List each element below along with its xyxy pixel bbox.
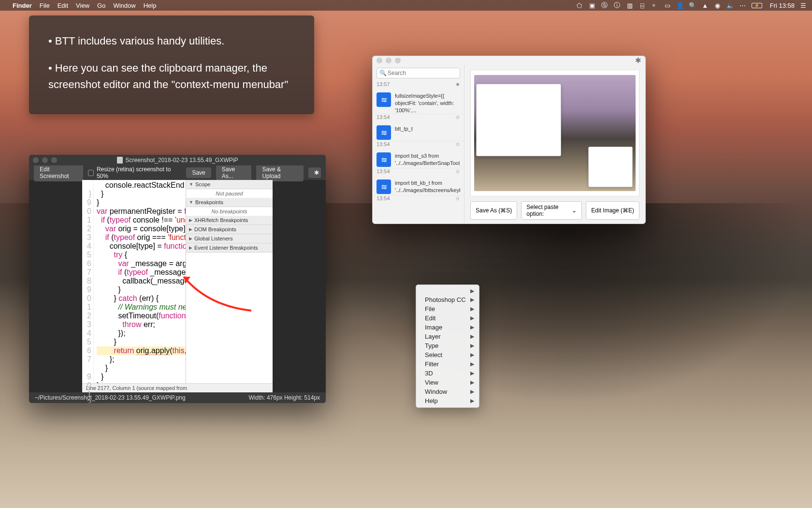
clipboard-item[interactable]: ≋ import btt_kb_t from '../../images//bt… — [373, 177, 464, 195]
breakpoints-header[interactable]: ▼Breakpoints — [186, 198, 273, 207]
context-menu-menubar: ▶ Photoshop CC▶ File▶ Edit▶ Image▶ Layer… — [416, 284, 479, 408]
chevron-up-down-icon: ⌄ — [572, 207, 577, 214]
gear-icon[interactable]: ✱ — [635, 56, 641, 65]
code-gutter: } 9 0 1 2 3 4 5 6 7 8 9 0 1 2 3 4 5 6 7 … — [82, 180, 94, 383]
context-menu-item[interactable]: Help▶ — [416, 396, 479, 405]
menubar-extra-1[interactable]: ▥ — [626, 1, 634, 9]
minimize-icon[interactable] — [386, 58, 392, 63]
clip-text: import bst_s3 from '../../images/BetterS… — [395, 152, 460, 167]
menubar-extra-3[interactable]: ⋯ — [739, 1, 747, 9]
dropbox-icon[interactable]: ⬠ — [576, 1, 583, 9]
footer-path: ~/Pictures/Screenshot_2018-02-23 13.55.4… — [35, 394, 186, 401]
editor-toolbar: Edit Screenshot Resize (retina) screensh… — [29, 165, 326, 180]
notification-center-icon[interactable]: ☰ — [799, 1, 807, 9]
save-upload-button[interactable]: Save & Upload — [256, 164, 304, 181]
context-menu-item[interactable]: Edit▶ — [416, 314, 479, 323]
clipboard-titlebar[interactable]: ✱ — [373, 56, 645, 65]
resize-label: Resize (retina) screenshot to 50% — [97, 166, 176, 179]
clip-time: 13:54 — [377, 141, 390, 148]
window-title: Screenshot_2018-02-23 13.55.49_GXWPiP — [126, 157, 238, 164]
star-icon[interactable]: ☆ — [455, 195, 460, 202]
menubar-clock[interactable]: Fri 13:58 — [770, 2, 795, 9]
overlay-explainer: • BTT includes various handy utilities. … — [29, 15, 314, 114]
save-as-button[interactable]: Save As (⌘S) — [470, 201, 517, 220]
context-menu-item[interactable]: Type▶ — [416, 341, 479, 350]
dom-breakpoints-header[interactable]: ▶DOM Breakpoints — [186, 225, 273, 234]
menu-edit[interactable]: Edit — [58, 2, 68, 9]
code-status-line: Line 2177, Column 1 (source mapped from — [82, 383, 273, 392]
clipboard-item[interactable]: ≋ btt_tp_t — [373, 122, 464, 141]
close-icon[interactable] — [33, 157, 39, 163]
minimize-icon[interactable] — [42, 157, 48, 163]
volume-icon[interactable]: 🔈 — [726, 1, 734, 9]
devtools-sidebar: ▼Scope Not paused ▼Breakpoints No breakp… — [186, 180, 273, 383]
menubar-app-name[interactable]: Finder — [13, 2, 32, 9]
search-icon: 🔍 — [379, 70, 387, 76]
overlay-line2: • Here you can see the clipboard manager… — [48, 60, 295, 93]
context-menu-item[interactable]: Photoshop CC▶ — [416, 295, 479, 304]
zoom-icon[interactable] — [51, 157, 57, 163]
clipboard-item[interactable]: ≋ fullsizeImageStyle={{ objectFit: 'cont… — [373, 90, 464, 114]
clip-time: 13:54 — [377, 195, 390, 202]
vscode-icon: ≋ — [377, 92, 391, 107]
vscode-icon: ≋ — [377, 179, 391, 194]
siri-icon[interactable]: ◉ — [714, 1, 722, 9]
save-button[interactable]: Save — [186, 167, 211, 178]
document-icon — [117, 157, 123, 164]
star-icon[interactable]: ☆ — [455, 114, 460, 120]
clip-text: btt_tp_t — [395, 125, 413, 140]
menu-window[interactable]: Window — [113, 2, 135, 9]
clip-text: fullsizeImageStyle={{ objectFit: 'contai… — [395, 92, 460, 113]
global-listeners-header[interactable]: ▶Global Listeners — [186, 234, 273, 243]
menubar-extra-2[interactable]: ⌸ — [638, 1, 646, 9]
context-menu-item[interactable]: File▶ — [416, 304, 479, 314]
context-menu-item[interactable]: Layer▶ — [416, 332, 479, 341]
clipboard-manager-window: ✱ 🔍 13:57★ ≋ fullsizeImageStyle={{ objec… — [372, 56, 646, 224]
battery-icon[interactable]: ⚡ — [752, 3, 762, 8]
resize-checkbox[interactable]: Resize (retina) screenshot to 50% — [88, 166, 177, 179]
context-menu-item[interactable]: Window▶ — [416, 387, 479, 396]
star-icon[interactable]: ☆ — [455, 168, 460, 175]
macos-menubar: Finder File Edit View Go Window Help ⬠ ▣… — [0, 0, 812, 11]
airplay-icon[interactable]: ▲ — [701, 1, 709, 9]
vscode-icon: ≋ — [377, 125, 391, 140]
menu-view[interactable]: View — [76, 2, 89, 9]
context-menu-item[interactable]: 3D▶ — [416, 369, 479, 378]
scope-header[interactable]: ▼Scope — [186, 180, 273, 189]
context-menu-item[interactable]: Select▶ — [416, 350, 479, 359]
search-input[interactable] — [377, 68, 460, 78]
gear-icon[interactable]: ✱ — [308, 167, 321, 178]
menu-go[interactable]: Go — [97, 2, 105, 9]
save-as-button[interactable]: Save As... — [216, 164, 252, 181]
paste-option-select[interactable]: Select paste option:⌄ — [521, 201, 582, 220]
display-icon[interactable]: ▭ — [664, 1, 671, 9]
vscode-icon: ≋ — [377, 152, 391, 167]
context-menu-item[interactable]: View▶ — [416, 378, 479, 387]
star-icon[interactable]: ★ — [455, 81, 460, 88]
user-icon[interactable]: 👤 — [676, 1, 684, 9]
event-listener-header[interactable]: ▶Event Listener Breakpoints — [186, 243, 273, 253]
clipboard-item[interactable]: ≋ import bst_s3 from '../../images/Bette… — [373, 149, 464, 168]
spotlight-icon[interactable]: 🔍 — [689, 1, 696, 9]
context-menu-apple[interactable]: ▶ — [416, 287, 479, 295]
edit-image-button[interactable]: Edit Image (⌘E) — [586, 201, 639, 220]
overlay-line1: • BTT includes various handy utilities. — [48, 33, 295, 49]
not-paused-label: Not paused — [186, 189, 273, 198]
close-icon[interactable] — [377, 58, 382, 63]
context-menu-item[interactable]: Image▶ — [416, 323, 479, 332]
menubar-status-icon[interactable]: ⓘ — [613, 1, 621, 9]
screenshot-editor-window: Screenshot_2018-02-23 13.55.49_GXWPiP Ed… — [29, 155, 326, 403]
xhr-breakpoints-header[interactable]: ▶XHR/fetch Breakpoints — [186, 216, 273, 225]
context-menu-item[interactable]: Filter▶ — [416, 359, 479, 369]
window-titlebar[interactable]: Screenshot_2018-02-23 13.55.49_GXWPiP — [29, 155, 326, 165]
skype-icon[interactable]: Ⓢ — [601, 1, 609, 9]
menu-file[interactable]: File — [40, 2, 50, 9]
zoom-icon[interactable] — [395, 58, 401, 63]
menu-help[interactable]: Help — [144, 2, 157, 9]
clipboard-preview — [470, 70, 639, 196]
edit-screenshot-button[interactable]: Edit Screenshot — [34, 164, 83, 181]
star-icon[interactable]: ☆ — [455, 141, 460, 148]
wifi-icon[interactable]: ᯤ — [651, 1, 659, 9]
clipboard-list[interactable]: 13:57★ ≋ fullsizeImageStyle={{ objectFit… — [373, 81, 464, 224]
menubar-app-icon[interactable]: ▣ — [588, 1, 596, 9]
